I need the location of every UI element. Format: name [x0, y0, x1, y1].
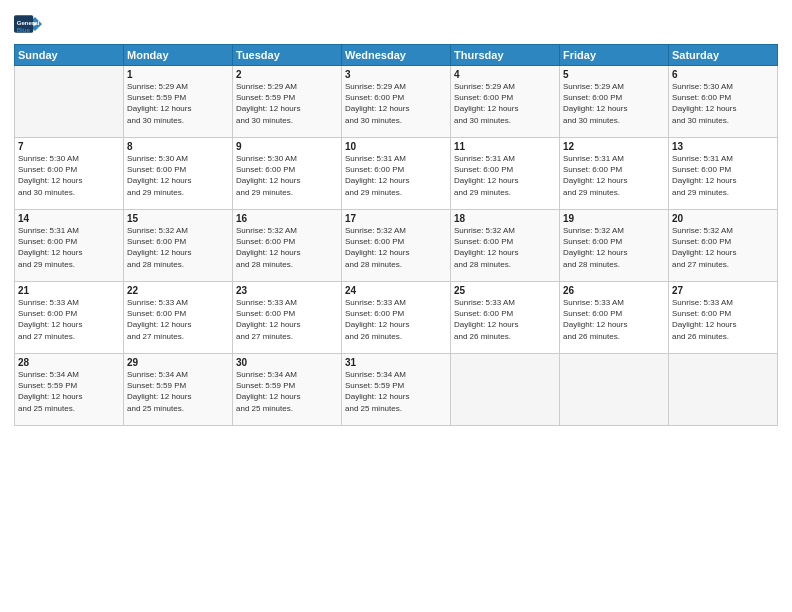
day-cell: 20Sunrise: 5:32 AM Sunset: 6:00 PM Dayli…: [669, 210, 778, 282]
day-cell: 28Sunrise: 5:34 AM Sunset: 5:59 PM Dayli…: [15, 354, 124, 426]
day-number: 29: [127, 357, 229, 368]
day-info: Sunrise: 5:32 AM Sunset: 6:00 PM Dayligh…: [345, 225, 447, 270]
day-cell: 11Sunrise: 5:31 AM Sunset: 6:00 PM Dayli…: [451, 138, 560, 210]
day-cell: 8Sunrise: 5:30 AM Sunset: 6:00 PM Daylig…: [124, 138, 233, 210]
svg-text:Blue: Blue: [17, 26, 31, 33]
day-cell: 17Sunrise: 5:32 AM Sunset: 6:00 PM Dayli…: [342, 210, 451, 282]
day-number: 30: [236, 357, 338, 368]
day-cell: 19Sunrise: 5:32 AM Sunset: 6:00 PM Dayli…: [560, 210, 669, 282]
day-cell: 25Sunrise: 5:33 AM Sunset: 6:00 PM Dayli…: [451, 282, 560, 354]
week-row-0: 1Sunrise: 5:29 AM Sunset: 5:59 PM Daylig…: [15, 66, 778, 138]
day-number: 14: [18, 213, 120, 224]
day-info: Sunrise: 5:30 AM Sunset: 6:00 PM Dayligh…: [672, 81, 774, 126]
day-info: Sunrise: 5:33 AM Sunset: 6:00 PM Dayligh…: [236, 297, 338, 342]
day-number: 6: [672, 69, 774, 80]
day-cell: 21Sunrise: 5:33 AM Sunset: 6:00 PM Dayli…: [15, 282, 124, 354]
day-number: 31: [345, 357, 447, 368]
week-row-3: 21Sunrise: 5:33 AM Sunset: 6:00 PM Dayli…: [15, 282, 778, 354]
day-info: Sunrise: 5:29 AM Sunset: 6:00 PM Dayligh…: [345, 81, 447, 126]
day-cell: 7Sunrise: 5:30 AM Sunset: 6:00 PM Daylig…: [15, 138, 124, 210]
day-cell: 5Sunrise: 5:29 AM Sunset: 6:00 PM Daylig…: [560, 66, 669, 138]
day-number: 25: [454, 285, 556, 296]
week-row-2: 14Sunrise: 5:31 AM Sunset: 6:00 PM Dayli…: [15, 210, 778, 282]
day-cell: 14Sunrise: 5:31 AM Sunset: 6:00 PM Dayli…: [15, 210, 124, 282]
day-info: Sunrise: 5:29 AM Sunset: 5:59 PM Dayligh…: [127, 81, 229, 126]
week-row-1: 7Sunrise: 5:30 AM Sunset: 6:00 PM Daylig…: [15, 138, 778, 210]
day-number: 17: [345, 213, 447, 224]
day-number: 9: [236, 141, 338, 152]
day-number: 3: [345, 69, 447, 80]
day-number: 2: [236, 69, 338, 80]
day-number: 5: [563, 69, 665, 80]
day-cell: 18Sunrise: 5:32 AM Sunset: 6:00 PM Dayli…: [451, 210, 560, 282]
day-number: 18: [454, 213, 556, 224]
day-info: Sunrise: 5:33 AM Sunset: 6:00 PM Dayligh…: [127, 297, 229, 342]
day-cell: [451, 354, 560, 426]
day-number: 8: [127, 141, 229, 152]
week-row-4: 28Sunrise: 5:34 AM Sunset: 5:59 PM Dayli…: [15, 354, 778, 426]
day-number: 13: [672, 141, 774, 152]
day-cell: 23Sunrise: 5:33 AM Sunset: 6:00 PM Dayli…: [233, 282, 342, 354]
day-cell: [669, 354, 778, 426]
day-cell: 1Sunrise: 5:29 AM Sunset: 5:59 PM Daylig…: [124, 66, 233, 138]
day-info: Sunrise: 5:34 AM Sunset: 5:59 PM Dayligh…: [236, 369, 338, 414]
day-number: 15: [127, 213, 229, 224]
day-cell: 22Sunrise: 5:33 AM Sunset: 6:00 PM Dayli…: [124, 282, 233, 354]
day-info: Sunrise: 5:32 AM Sunset: 6:00 PM Dayligh…: [454, 225, 556, 270]
day-cell: 26Sunrise: 5:33 AM Sunset: 6:00 PM Dayli…: [560, 282, 669, 354]
day-number: 27: [672, 285, 774, 296]
day-info: Sunrise: 5:34 AM Sunset: 5:59 PM Dayligh…: [127, 369, 229, 414]
day-info: Sunrise: 5:33 AM Sunset: 6:00 PM Dayligh…: [672, 297, 774, 342]
day-cell: 2Sunrise: 5:29 AM Sunset: 5:59 PM Daylig…: [233, 66, 342, 138]
day-info: Sunrise: 5:31 AM Sunset: 6:00 PM Dayligh…: [563, 153, 665, 198]
day-cell: 9Sunrise: 5:30 AM Sunset: 6:00 PM Daylig…: [233, 138, 342, 210]
day-info: Sunrise: 5:31 AM Sunset: 6:00 PM Dayligh…: [18, 225, 120, 270]
col-header-monday: Monday: [124, 45, 233, 66]
day-number: 7: [18, 141, 120, 152]
day-info: Sunrise: 5:30 AM Sunset: 6:00 PM Dayligh…: [127, 153, 229, 198]
day-cell: 29Sunrise: 5:34 AM Sunset: 5:59 PM Dayli…: [124, 354, 233, 426]
day-info: Sunrise: 5:31 AM Sunset: 6:00 PM Dayligh…: [454, 153, 556, 198]
day-number: 23: [236, 285, 338, 296]
day-number: 22: [127, 285, 229, 296]
day-number: 4: [454, 69, 556, 80]
logo: General Blue: [14, 10, 44, 38]
day-cell: 30Sunrise: 5:34 AM Sunset: 5:59 PM Dayli…: [233, 354, 342, 426]
day-cell: 16Sunrise: 5:32 AM Sunset: 6:00 PM Dayli…: [233, 210, 342, 282]
day-cell: 12Sunrise: 5:31 AM Sunset: 6:00 PM Dayli…: [560, 138, 669, 210]
day-number: 20: [672, 213, 774, 224]
day-info: Sunrise: 5:29 AM Sunset: 5:59 PM Dayligh…: [236, 81, 338, 126]
day-number: 19: [563, 213, 665, 224]
col-header-tuesday: Tuesday: [233, 45, 342, 66]
col-header-saturday: Saturday: [669, 45, 778, 66]
day-info: Sunrise: 5:33 AM Sunset: 6:00 PM Dayligh…: [345, 297, 447, 342]
col-header-friday: Friday: [560, 45, 669, 66]
col-header-thursday: Thursday: [451, 45, 560, 66]
day-info: Sunrise: 5:34 AM Sunset: 5:59 PM Dayligh…: [345, 369, 447, 414]
day-info: Sunrise: 5:32 AM Sunset: 6:00 PM Dayligh…: [127, 225, 229, 270]
day-cell: 27Sunrise: 5:33 AM Sunset: 6:00 PM Dayli…: [669, 282, 778, 354]
logo-icon: General Blue: [14, 10, 42, 38]
col-header-wednesday: Wednesday: [342, 45, 451, 66]
day-info: Sunrise: 5:33 AM Sunset: 6:00 PM Dayligh…: [454, 297, 556, 342]
day-number: 10: [345, 141, 447, 152]
page: General Blue SundayMondayTuesdayWednesda…: [0, 0, 792, 436]
header-row: SundayMondayTuesdayWednesdayThursdayFrid…: [15, 45, 778, 66]
day-info: Sunrise: 5:31 AM Sunset: 6:00 PM Dayligh…: [345, 153, 447, 198]
day-info: Sunrise: 5:30 AM Sunset: 6:00 PM Dayligh…: [236, 153, 338, 198]
day-info: Sunrise: 5:32 AM Sunset: 6:00 PM Dayligh…: [672, 225, 774, 270]
day-cell: 10Sunrise: 5:31 AM Sunset: 6:00 PM Dayli…: [342, 138, 451, 210]
day-number: 28: [18, 357, 120, 368]
day-cell: [560, 354, 669, 426]
day-number: 24: [345, 285, 447, 296]
day-number: 16: [236, 213, 338, 224]
day-cell: 31Sunrise: 5:34 AM Sunset: 5:59 PM Dayli…: [342, 354, 451, 426]
day-number: 1: [127, 69, 229, 80]
day-number: 11: [454, 141, 556, 152]
day-number: 12: [563, 141, 665, 152]
col-header-sunday: Sunday: [15, 45, 124, 66]
day-cell: 15Sunrise: 5:32 AM Sunset: 6:00 PM Dayli…: [124, 210, 233, 282]
day-cell: 6Sunrise: 5:30 AM Sunset: 6:00 PM Daylig…: [669, 66, 778, 138]
day-cell: 24Sunrise: 5:33 AM Sunset: 6:00 PM Dayli…: [342, 282, 451, 354]
day-info: Sunrise: 5:34 AM Sunset: 5:59 PM Dayligh…: [18, 369, 120, 414]
